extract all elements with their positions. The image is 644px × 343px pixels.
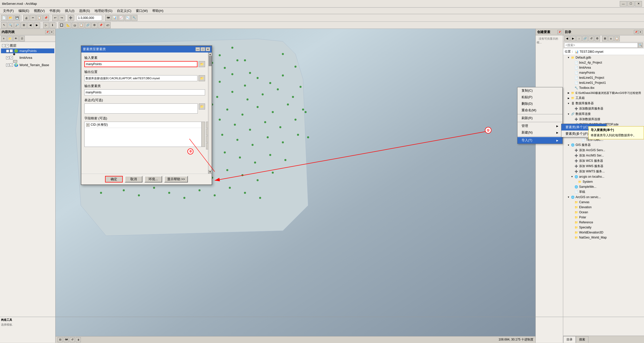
close-catalog-btn[interactable]: ✕ <box>638 30 642 34</box>
feature-to-feature-dialog[interactable]: 要素类至要素类 — □ ✕ 输入要素 📁 <box>81 45 212 185</box>
map-btn5[interactable]: 🔧 <box>131 15 137 21</box>
pin-btn[interactable]: 📌 <box>45 30 49 34</box>
add-data-btn[interactable]: ➕ <box>68 15 74 21</box>
paste-btn[interactable]: 📌 <box>43 15 49 21</box>
minimize-button[interactable]: — <box>620 1 627 7</box>
menu-insert[interactable]: 插入(I) <box>63 8 77 14</box>
map-view-btn[interactable]: 🗺 <box>64 337 69 342</box>
tree-gis-server[interactable]: ▼ 🌐 GIS 服务器 <box>563 142 644 148</box>
menu-bookmark[interactable]: 书签(B) <box>47 8 62 14</box>
catalog-options[interactable]: ⚙ <box>595 36 600 41</box>
output-location-browse[interactable]: 📁 <box>199 75 205 81</box>
map-btn4[interactable]: 📉 <box>125 15 131 21</box>
cm-paste[interactable]: 粘贴(P) <box>517 94 562 100</box>
catalog-connect[interactable]: 🔗 <box>582 36 588 41</box>
tree-test-dbc-2[interactable]: 📄 TEST.DBC... <box>563 137 644 142</box>
output-location-field[interactable] <box>84 75 197 81</box>
catalog-grid[interactable]: ⊞ <box>602 36 608 41</box>
tree-db-server[interactable]: ▼ 🗄 数据库服务器 <box>563 101 644 106</box>
zoom-100-btn[interactable]: ⊟ <box>58 337 63 342</box>
menu-window[interactable]: 窗口(W) <box>134 8 150 14</box>
map-btn3[interactable]: 📈 <box>118 15 124 21</box>
menu-customize[interactable]: 自定义(C) <box>115 8 133 14</box>
catalog-list[interactable]: ≡ <box>608 36 614 41</box>
tree-add-wms[interactable]: ➕ 添加 WMS 服务器 <box>563 164 644 169</box>
limitarea-checkbox[interactable] <box>10 56 13 59</box>
menu-geoprocess[interactable]: 地理处理(G) <box>92 8 114 14</box>
output-feature-field[interactable] <box>84 89 205 95</box>
scroll-up-btn[interactable]: ▲ <box>208 52 212 56</box>
layer-world-terrain[interactable]: + 🌍 World_Terrain_Base <box>1 63 54 67</box>
confirm-button[interactable]: 确定 <box>105 176 123 182</box>
pin-create-btn[interactable]: 📌 <box>557 30 561 34</box>
delete-field-btn[interactable]: ✕ <box>206 129 208 135</box>
pan-btn[interactable]: ↖ <box>1 22 7 28</box>
cut-btn[interactable]: ✂ <box>30 15 36 21</box>
select-btn[interactable]: ▷ <box>43 22 49 28</box>
tree-default-gdb[interactable]: ▼ 📁 Default.gdb <box>563 55 644 60</box>
tree-add-db-server[interactable]: ➕ 添加数据库服务器 <box>563 106 644 111</box>
field-scrollbar[interactable] <box>201 122 205 147</box>
manypoints-checkbox[interactable] <box>10 49 13 52</box>
scale-input[interactable] <box>77 15 102 21</box>
add-field-btn[interactable]: + <box>206 122 208 128</box>
tree-toolbox-group[interactable]: ▶ 📁 工具箱 <box>563 95 644 101</box>
tree-natgeo[interactable]: 📁 NatGeo_World_Map <box>563 235 644 240</box>
print-btn[interactable]: 🖨 <box>23 15 29 21</box>
tree-softdata[interactable]: ▶ 📁 E:\SoftData\360极速浏览器下载\ArcGIS学习过程使用 <box>563 90 644 95</box>
cancel-button[interactable]: 取消 <box>125 176 142 182</box>
full-extent-btn[interactable]: ⊞ <box>21 22 27 28</box>
fwd-btn[interactable]: ▶ <box>34 22 40 28</box>
info-btn[interactable]: ℹ <box>49 22 56 28</box>
tab-catalog[interactable]: 目录 <box>563 336 576 343</box>
tree-arcgis-service[interactable]: ▼ 🌐 ArcGIS on servic... <box>563 195 644 200</box>
tree-testline01-1[interactable]: 📄 testLine01_Project1 <box>563 80 644 85</box>
tree-add-wcs[interactable]: ➕ 添加 WCS 服务器 <box>563 158 644 164</box>
tree-elevation[interactable]: 📁 Elevation <box>563 205 644 210</box>
tool1[interactable]: 🔲 <box>59 22 65 28</box>
cm-copy[interactable]: 复制(C) <box>517 87 562 94</box>
save-btn[interactable]: 💾 <box>14 15 20 21</box>
tree-specialty[interactable]: 📁 Specialty <box>563 225 644 230</box>
refresh-btn[interactable]: ↺ <box>70 337 75 342</box>
maximize-button[interactable]: ☐ <box>627 1 634 7</box>
new-btn[interactable]: 📄 <box>1 15 7 21</box>
pin-catalog-btn[interactable]: 📌 <box>634 30 638 34</box>
list-by-visibility[interactable]: 👁 <box>13 36 19 41</box>
input-browse-btn[interactable]: 📁 <box>199 61 205 67</box>
close-left-panel[interactable]: ✕ <box>50 30 54 34</box>
tree-bou2[interactable]: 📄 bou2_4p_Project <box>563 60 644 65</box>
expression-browse[interactable]: 📁 <box>199 103 205 110</box>
tool4[interactable]: 📋 <box>78 22 84 28</box>
tool2[interactable]: 📐 <box>65 22 71 28</box>
tree-add-arcims[interactable]: ➕ 添加 ArcIMS Ser... <box>563 153 644 158</box>
layer-manypoints[interactable]: − 🟢 manyPoints <box>1 48 54 53</box>
expand-default-gdb[interactable]: ▼ <box>567 56 570 59</box>
zoom-in-btn[interactable]: 🔍 <box>8 22 14 28</box>
dialog-minimize[interactable]: — <box>195 47 200 51</box>
back-btn[interactable]: ◀ <box>27 22 33 28</box>
zoom-out-btn[interactable]: 🔎 <box>14 22 20 28</box>
open-btn[interactable]: 📂 <box>8 15 14 21</box>
catalog-forward[interactable]: ▶ <box>570 36 576 41</box>
cm-rename[interactable]: 重命名(M) <box>517 107 562 114</box>
redo-btn[interactable]: ↪ <box>59 15 65 21</box>
catalog-search-btn[interactable]: 🔍 <box>638 43 643 48</box>
menu-view[interactable]: 视图(V) <box>32 8 47 14</box>
tool5[interactable]: 🔗 <box>85 22 91 28</box>
group-expand[interactable]: − <box>2 44 5 47</box>
tree-limitarea[interactable]: 📄 limitArea <box>563 65 644 70</box>
sm-feature-multiple[interactable]: 要素类(多个)(F)... <box>561 130 606 137</box>
field-expand[interactable]: + <box>86 123 90 127</box>
tree-db-conn[interactable]: ▼ 🔗 数据库连接 <box>563 111 644 117</box>
map-btn1[interactable]: 🗺 <box>105 15 111 21</box>
tool6[interactable]: ⚙ <box>91 22 97 28</box>
cm-manage[interactable]: 管理 ▶ <box>517 123 562 129</box>
menu-select[interactable]: 选择(S) <box>77 8 92 14</box>
tree-manypoints[interactable]: 📄 manyPoints <box>563 70 644 75</box>
field-row-cid[interactable]: + CID (长整型) <box>85 122 201 128</box>
menu-edit[interactable]: 编辑(E) <box>16 8 31 14</box>
list-by-source[interactable]: 📁 <box>7 36 13 41</box>
catalog-back[interactable]: ◀ <box>564 36 570 41</box>
tree-ocean[interactable]: 📁 Ocean <box>563 210 644 215</box>
